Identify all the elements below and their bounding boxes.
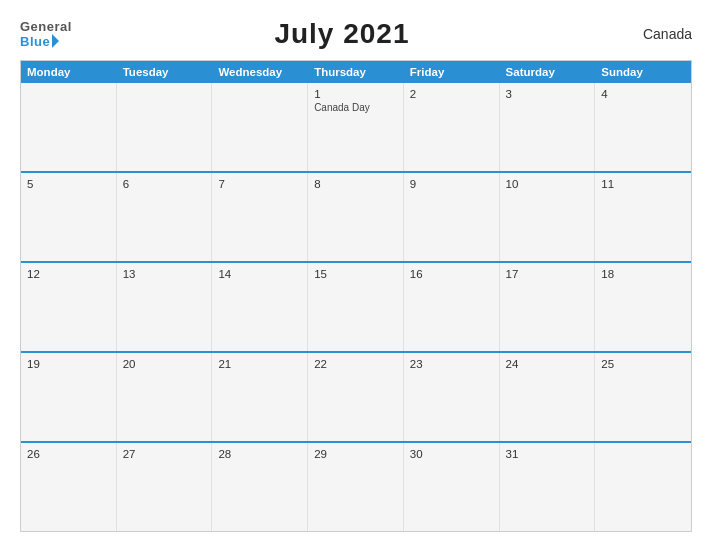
logo-triangle-icon [52,34,59,48]
day-num-1: 1 [314,88,397,100]
country-label: Canada [612,26,692,42]
logo: General Blue [20,19,72,49]
day-num-28: 28 [218,448,301,460]
weeks-container: 1 Canada Day 2 3 4 5 6 [21,83,691,531]
header-friday: Friday [404,61,500,83]
day-num-7: 7 [218,178,301,190]
day-num-27: 27 [123,448,206,460]
calendar-title: July 2021 [72,18,612,50]
day-num-19: 19 [27,358,110,370]
day-cell-empty-3 [212,83,308,171]
day-cell-26: 26 [21,443,117,531]
logo-general-text: General [20,19,72,34]
day-cell-6: 6 [117,173,213,261]
day-cell-16: 16 [404,263,500,351]
day-num-4: 4 [601,88,685,100]
day-cell-24: 24 [500,353,596,441]
day-cell-21: 21 [212,353,308,441]
day-num-24: 24 [506,358,589,370]
logo-blue-text: Blue [20,34,59,49]
day-cell-1: 1 Canada Day [308,83,404,171]
header-saturday: Saturday [500,61,596,83]
day-cell-empty-end [595,443,691,531]
day-cell-empty-2 [117,83,213,171]
day-num-11: 11 [601,178,685,190]
week-row-4: 19 20 21 22 23 24 25 [21,351,691,441]
day-cell-4: 4 [595,83,691,171]
day-num-22: 22 [314,358,397,370]
day-num-8: 8 [314,178,397,190]
day-num-9: 9 [410,178,493,190]
day-num-23: 23 [410,358,493,370]
day-cell-8: 8 [308,173,404,261]
day-cell-23: 23 [404,353,500,441]
day-cell-13: 13 [117,263,213,351]
header: General Blue July 2021 Canada [20,18,692,50]
day-num-15: 15 [314,268,397,280]
day-cell-28: 28 [212,443,308,531]
week-row-5: 26 27 28 29 30 31 [21,441,691,531]
day-num-17: 17 [506,268,589,280]
day-num-21: 21 [218,358,301,370]
day-cell-27: 27 [117,443,213,531]
day-event-canada-day: Canada Day [314,102,397,113]
day-num-3: 3 [506,88,589,100]
day-cell-11: 11 [595,173,691,261]
day-cell-30: 30 [404,443,500,531]
header-sunday: Sunday [595,61,691,83]
header-wednesday: Wednesday [212,61,308,83]
day-num-16: 16 [410,268,493,280]
day-cell-18: 18 [595,263,691,351]
week-row-1: 1 Canada Day 2 3 4 [21,83,691,171]
day-cell-3: 3 [500,83,596,171]
day-num-31: 31 [506,448,589,460]
day-num-25: 25 [601,358,685,370]
day-cell-19: 19 [21,353,117,441]
day-cell-22: 22 [308,353,404,441]
page: General Blue July 2021 Canada Monday Tue… [0,0,712,550]
header-thursday: Thursday [308,61,404,83]
day-headers-row: Monday Tuesday Wednesday Thursday Friday… [21,61,691,83]
day-cell-15: 15 [308,263,404,351]
day-num-18: 18 [601,268,685,280]
day-cell-17: 17 [500,263,596,351]
day-cell-31: 31 [500,443,596,531]
day-cell-10: 10 [500,173,596,261]
day-num-12: 12 [27,268,110,280]
day-cell-14: 14 [212,263,308,351]
day-num-20: 20 [123,358,206,370]
week-row-2: 5 6 7 8 9 10 11 [21,171,691,261]
day-num-13: 13 [123,268,206,280]
day-num-5: 5 [27,178,110,190]
day-cell-25: 25 [595,353,691,441]
day-cell-5: 5 [21,173,117,261]
day-num-26: 26 [27,448,110,460]
day-num-2: 2 [410,88,493,100]
day-num-14: 14 [218,268,301,280]
header-monday: Monday [21,61,117,83]
day-cell-2: 2 [404,83,500,171]
day-num-6: 6 [123,178,206,190]
day-cell-12: 12 [21,263,117,351]
header-tuesday: Tuesday [117,61,213,83]
day-cell-empty-1 [21,83,117,171]
week-row-3: 12 13 14 15 16 17 18 [21,261,691,351]
day-cell-7: 7 [212,173,308,261]
day-num-10: 10 [506,178,589,190]
day-num-30: 30 [410,448,493,460]
calendar: Monday Tuesday Wednesday Thursday Friday… [20,60,692,532]
day-cell-29: 29 [308,443,404,531]
day-cell-20: 20 [117,353,213,441]
day-num-29: 29 [314,448,397,460]
day-cell-9: 9 [404,173,500,261]
